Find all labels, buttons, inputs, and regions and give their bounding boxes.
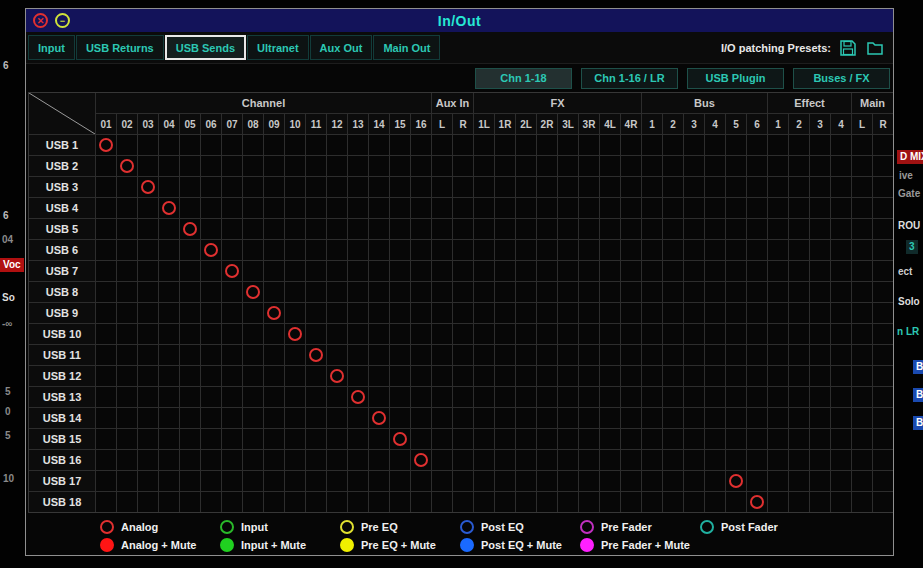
matrix-cell[interactable] (600, 471, 620, 491)
matrix-cell[interactable] (264, 240, 284, 260)
matrix-cell[interactable] (264, 156, 284, 176)
matrix-cell[interactable] (264, 387, 284, 407)
matrix-cell[interactable] (369, 198, 389, 218)
matrix-cell[interactable] (768, 366, 788, 386)
matrix-cell[interactable] (810, 471, 830, 491)
matrix-cell[interactable] (201, 471, 221, 491)
matrix-cell[interactable] (180, 240, 200, 260)
matrix-cell[interactable] (810, 261, 830, 281)
matrix-cell[interactable] (621, 387, 641, 407)
matrix-cell[interactable] (306, 471, 326, 491)
matrix-cell[interactable] (369, 177, 389, 197)
matrix-cell[interactable] (747, 240, 767, 260)
matrix-cell[interactable] (180, 408, 200, 428)
matrix-cell[interactable] (810, 198, 830, 218)
matrix-cell[interactable] (600, 450, 620, 470)
matrix-cell[interactable] (537, 345, 557, 365)
matrix-cell[interactable] (663, 303, 683, 323)
matrix-cell[interactable] (705, 450, 725, 470)
matrix-cell[interactable] (852, 156, 872, 176)
matrix-cell[interactable] (201, 492, 221, 512)
matrix-cell[interactable] (705, 198, 725, 218)
matrix-cell[interactable] (621, 471, 641, 491)
matrix-cell[interactable] (810, 303, 830, 323)
matrix-cell[interactable] (642, 135, 662, 155)
matrix-cell[interactable] (117, 198, 137, 218)
matrix-cell[interactable] (117, 240, 137, 260)
matrix-cell[interactable] (831, 156, 851, 176)
matrix-cell[interactable] (96, 198, 116, 218)
matrix-cell[interactable] (495, 261, 515, 281)
matrix-cell[interactable] (243, 450, 263, 470)
matrix-cell[interactable] (411, 492, 431, 512)
matrix-cell[interactable] (201, 198, 221, 218)
matrix-cell[interactable] (432, 345, 452, 365)
matrix-cell[interactable] (495, 492, 515, 512)
matrix-cell[interactable] (474, 471, 494, 491)
matrix-cell[interactable] (705, 408, 725, 428)
matrix-cell[interactable] (747, 198, 767, 218)
matrix-cell[interactable] (579, 135, 599, 155)
matrix-cell[interactable] (453, 450, 473, 470)
matrix-cell[interactable] (222, 261, 242, 281)
matrix-cell[interactable] (117, 219, 137, 239)
matrix-cell[interactable] (306, 240, 326, 260)
matrix-cell[interactable] (369, 429, 389, 449)
matrix-cell[interactable] (306, 324, 326, 344)
matrix-cell[interactable] (411, 324, 431, 344)
matrix-cell[interactable] (474, 387, 494, 407)
matrix-cell[interactable] (243, 492, 263, 512)
matrix-cell[interactable] (684, 177, 704, 197)
matrix-cell[interactable] (117, 345, 137, 365)
matrix-cell[interactable] (474, 450, 494, 470)
matrix-cell[interactable] (117, 429, 137, 449)
matrix-cell[interactable] (684, 387, 704, 407)
matrix-cell[interactable] (411, 345, 431, 365)
matrix-cell[interactable] (516, 366, 536, 386)
matrix-cell[interactable] (159, 303, 179, 323)
matrix-cell[interactable] (285, 492, 305, 512)
matrix-cell[interactable] (453, 198, 473, 218)
matrix-cell[interactable] (747, 219, 767, 239)
matrix-cell[interactable] (432, 366, 452, 386)
routing-point[interactable] (162, 201, 176, 215)
matrix-cell[interactable] (453, 261, 473, 281)
tab-input[interactable]: Input (28, 35, 75, 60)
matrix-cell[interactable] (537, 366, 557, 386)
matrix-cell[interactable] (852, 135, 872, 155)
matrix-cell[interactable] (810, 345, 830, 365)
matrix-cell[interactable] (537, 471, 557, 491)
matrix-cell[interactable] (663, 282, 683, 302)
matrix-cell[interactable] (705, 282, 725, 302)
matrix-cell[interactable] (159, 408, 179, 428)
matrix-cell[interactable] (705, 324, 725, 344)
matrix-cell[interactable] (243, 198, 263, 218)
matrix-cell[interactable] (537, 450, 557, 470)
matrix-cell[interactable] (201, 366, 221, 386)
matrix-cell[interactable] (348, 387, 368, 407)
matrix-cell[interactable] (495, 366, 515, 386)
matrix-cell[interactable] (306, 156, 326, 176)
matrix-cell[interactable] (642, 240, 662, 260)
matrix-cell[interactable] (705, 429, 725, 449)
matrix-cell[interactable] (285, 156, 305, 176)
matrix-cell[interactable] (831, 387, 851, 407)
matrix-cell[interactable] (306, 429, 326, 449)
matrix-cell[interactable] (621, 366, 641, 386)
matrix-cell[interactable] (663, 198, 683, 218)
matrix-cell[interactable] (579, 429, 599, 449)
matrix-cell[interactable] (264, 345, 284, 365)
matrix-cell[interactable] (138, 471, 158, 491)
view-button-chn-1-18[interactable]: Chn 1-18 (475, 68, 572, 89)
matrix-cell[interactable] (306, 135, 326, 155)
matrix-cell[interactable] (831, 261, 851, 281)
matrix-cell[interactable] (579, 345, 599, 365)
routing-point[interactable] (120, 159, 134, 173)
matrix-cell[interactable] (348, 345, 368, 365)
matrix-cell[interactable] (117, 324, 137, 344)
matrix-cell[interactable] (768, 324, 788, 344)
matrix-cell[interactable] (747, 303, 767, 323)
matrix-cell[interactable] (537, 177, 557, 197)
matrix-cell[interactable] (495, 177, 515, 197)
matrix-cell[interactable] (180, 261, 200, 281)
